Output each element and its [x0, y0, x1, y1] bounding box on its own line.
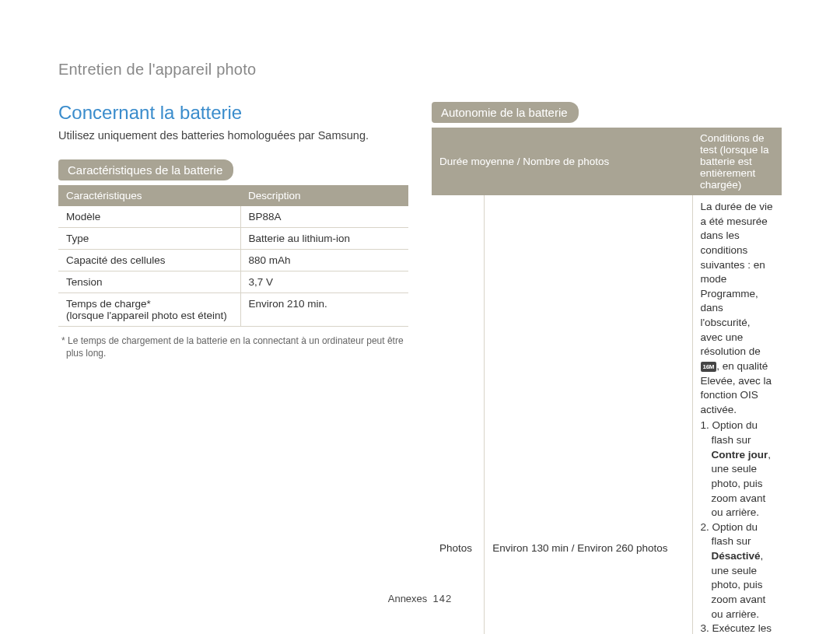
page-header: Entretien de l'appareil photo [58, 61, 782, 79]
content-columns: Concernant la batterie Utilisez uniqueme… [58, 102, 782, 634]
page-footer: Annexes 142 [0, 593, 840, 604]
cell-line-b: (lorsque l'appareil photo est éteint) [66, 310, 227, 321]
autonomy-flag: Autonomie de la batterie [432, 102, 579, 123]
table-row: Temps de charge* (lorsque l'appareil pho… [58, 292, 408, 326]
table-row: Capacité des cellules 880 mAh [58, 249, 408, 271]
specs-head-c2: Description [240, 185, 408, 206]
li2-bold: Désactivé [712, 550, 761, 562]
cell: BP88A [240, 206, 408, 228]
footer-label: Annexes [388, 593, 428, 604]
specs-head-c1: Caractéristiques [58, 185, 240, 206]
li2-a: 2. Option du flash sur [701, 521, 758, 548]
right-column: Autonomie de la batterie Durée moyenne /… [432, 102, 782, 634]
cell: Modèle [58, 206, 240, 228]
li1-bold: Contre jour [712, 449, 768, 461]
list-item: 2. Option du flash sur Désactivé, une se… [712, 520, 775, 622]
cell-line-a: Temps de charge* [66, 298, 151, 310]
cell-conditions: La durée de vie a été mesurée dans les c… [692, 195, 782, 634]
intro-text: Utilisez uniquement des batteries homolo… [58, 128, 408, 144]
specs-flag: Caractéristiques de la batterie [58, 159, 233, 180]
cell: Environ 210 min. [240, 292, 408, 326]
list-item: 3. Exécutez les tâches 1 et 2, en attend… [712, 622, 775, 634]
cond-intro-a: La durée de vie a été mesurée dans les c… [701, 201, 773, 357]
specs-table: Caractéristiques Description Modèle BP88… [58, 185, 408, 327]
cell-label: Photos [432, 195, 485, 634]
cell: Capacité des cellules [58, 249, 240, 271]
table-row: Modèle BP88A [58, 206, 408, 228]
list-item: 1. Option du flash sur Contre jour, une … [712, 419, 775, 520]
page-number: 142 [433, 593, 453, 604]
cell: Type [58, 227, 240, 249]
cell: Temps de charge* (lorsque l'appareil pho… [58, 292, 240, 326]
section-title: Concernant la batterie [58, 102, 408, 124]
cell: 880 mAh [240, 249, 408, 271]
left-column: Concernant la batterie Utilisez uniqueme… [58, 102, 408, 634]
autonomy-head-c3: Conditions de test (lorsque la batterie … [692, 128, 782, 195]
cell-duration: Environ 130 min / Environ 260 photos [485, 195, 692, 634]
cell: Tension [58, 271, 240, 292]
autonomy-head-c2: Durée moyenne / Nombre de photos [432, 128, 692, 195]
icon-16m-icon: 16M [701, 362, 717, 372]
table-row: Type Batterie au lithium-ion [58, 227, 408, 249]
specs-footnote: * Le temps de chargement de la batterie … [58, 327, 408, 361]
li1-a: 1. Option du flash sur [701, 419, 758, 446]
autonomy-table: Durée moyenne / Nombre de photos Conditi… [432, 128, 782, 634]
cell: 3,7 V [240, 271, 408, 292]
cell: Batterie au lithium-ion [240, 227, 408, 249]
table-row: Tension 3,7 V [58, 271, 408, 292]
table-row: Photos Environ 130 min / Environ 260 pho… [432, 195, 782, 634]
